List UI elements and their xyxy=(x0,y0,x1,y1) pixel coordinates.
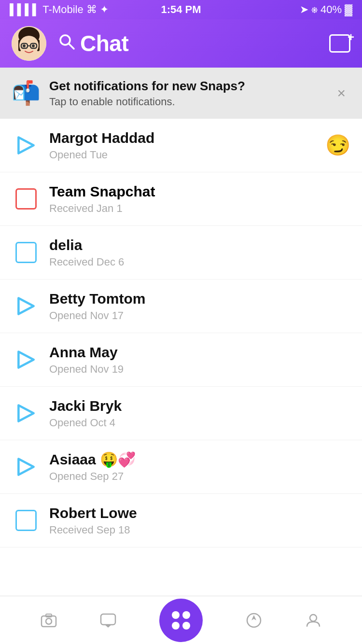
chat-status-icon xyxy=(12,403,41,423)
chat-info: Team Snapchat Received Jan 1 xyxy=(49,183,350,215)
svg-marker-12 xyxy=(18,137,33,153)
search-icon[interactable] xyxy=(58,33,75,55)
status-bar: ▌▌▌▌ T-Mobile ⌘ ✦ 1:54 PM ➤ ⎈ 40% ▓ xyxy=(0,0,362,19)
received-chat-icon xyxy=(15,510,37,531)
chat-status: Opened Nov 19 xyxy=(49,363,350,376)
opened-arrow-icon xyxy=(15,296,37,316)
bluetooth-icon: ⎈ xyxy=(311,3,318,16)
chat-status-icon xyxy=(12,135,41,155)
chat-status: Opened Nov 17 xyxy=(49,309,350,322)
notification-title: Get notifications for new Snaps? xyxy=(49,78,245,95)
svg-rect-20 xyxy=(101,614,115,625)
chat-item[interactable]: Team Snapchat Received Jan 1 xyxy=(0,172,362,226)
svg-marker-15 xyxy=(18,405,33,421)
svg-point-8 xyxy=(23,44,26,47)
chat-item[interactable]: Anna May Opened Nov 19 xyxy=(0,333,362,387)
tab-profile[interactable] xyxy=(305,612,321,629)
chat-status: Received Dec 6 xyxy=(49,256,350,268)
battery-label: 40% xyxy=(320,3,342,16)
chat-info: Jacki Bryk Opened Oct 4 xyxy=(49,397,350,429)
chat-item[interactable]: Asiaaa 🤑💞 Opened Sep 27 xyxy=(0,440,362,494)
chat-name: Anna May xyxy=(49,344,350,361)
received-snap-icon xyxy=(15,188,37,210)
chat-list: Margot Haddad Opened Tue 😏 Team Snapchat… xyxy=(0,119,362,547)
chat-item[interactable]: Margot Haddad Opened Tue 😏 xyxy=(0,119,362,172)
chat-name: Margot Haddad xyxy=(49,129,325,147)
chat-status: Opened Tue xyxy=(49,149,325,161)
status-right: ➤ ⎈ 40% ▓ xyxy=(300,3,352,16)
battery-icon: ▓ xyxy=(345,3,352,16)
page-title: Chat xyxy=(80,30,128,56)
chat-status-icon xyxy=(12,350,41,370)
chat-name: Robert Lowe xyxy=(49,504,350,522)
signal-icon: ▌▌▌▌ xyxy=(10,3,40,16)
chat-info: Margot Haddad Opened Tue xyxy=(49,129,325,161)
opened-arrow-icon xyxy=(15,403,37,423)
chat-status-icon xyxy=(12,457,41,477)
chat-tab-icon xyxy=(100,612,116,629)
svg-marker-23 xyxy=(251,615,256,620)
chat-status: Received Sep 18 xyxy=(49,524,350,536)
chat-status-icon xyxy=(12,242,41,263)
avatar-svg xyxy=(12,26,46,61)
new-chat-button[interactable]: + xyxy=(329,34,350,53)
chat-status: Received Jan 1 xyxy=(49,202,350,215)
svg-rect-17 xyxy=(42,616,56,627)
chat-item[interactable]: delia Received Dec 6 xyxy=(0,226,362,280)
bottom-bar xyxy=(0,596,362,644)
header: Chat + xyxy=(0,19,362,68)
carrier-label: T-Mobile xyxy=(42,3,83,16)
tab-chat[interactable] xyxy=(100,612,116,629)
svg-point-24 xyxy=(310,615,317,621)
chat-item[interactable]: Robert Lowe Received Sep 18 xyxy=(0,494,362,547)
profile-icon xyxy=(305,612,321,629)
svg-point-18 xyxy=(46,618,52,624)
tab-camera[interactable] xyxy=(41,612,57,629)
chat-emoji: 😏 xyxy=(325,133,350,157)
wifi-icon: ⌘ xyxy=(86,3,97,16)
notification-content: 📬 Get notifications for new Snaps? Tap t… xyxy=(12,78,332,108)
svg-line-11 xyxy=(69,44,74,49)
chat-status: Opened Oct 4 xyxy=(49,417,350,429)
chat-status-icon xyxy=(12,188,41,210)
avatar[interactable] xyxy=(12,26,46,61)
svg-marker-21 xyxy=(105,625,111,628)
svg-point-9 xyxy=(32,44,35,47)
chat-status: Opened Sep 27 xyxy=(49,470,350,483)
received-chat-icon xyxy=(15,242,37,263)
svg-marker-13 xyxy=(18,298,33,314)
chat-item[interactable]: Jacki Bryk Opened Oct 4 xyxy=(0,387,362,440)
notification-subtitle: Tap to enable notifications. xyxy=(49,96,245,108)
status-time: 1:54 PM xyxy=(161,3,201,16)
chat-info: Robert Lowe Received Sep 18 xyxy=(49,504,350,536)
chat-status-icon xyxy=(12,296,41,316)
stories-button[interactable] xyxy=(159,599,203,642)
chat-name: delia xyxy=(49,237,350,254)
mailbox-icon: 📬 xyxy=(12,80,41,107)
chat-info: Anna May Opened Nov 19 xyxy=(49,344,350,376)
tab-discover[interactable] xyxy=(246,612,262,629)
chat-name: Team Snapchat xyxy=(49,183,350,200)
chat-info: Asiaaa 🤑💞 Opened Sep 27 xyxy=(49,451,350,483)
chat-name: Asiaaa 🤑💞 xyxy=(49,451,350,468)
svg-marker-14 xyxy=(18,351,33,367)
camera-icon xyxy=(41,612,57,629)
notification-close-button[interactable]: × xyxy=(332,80,350,106)
search-svg xyxy=(58,33,75,50)
notification-banner[interactable]: 📬 Get notifications for new Snaps? Tap t… xyxy=(0,68,362,119)
chat-name: Betty Tomtom xyxy=(49,290,350,308)
opened-arrow-icon xyxy=(15,350,37,370)
status-left: ▌▌▌▌ T-Mobile ⌘ ✦ xyxy=(10,3,109,16)
opened-arrow-icon xyxy=(15,135,37,155)
discover-icon xyxy=(246,612,262,629)
sync-icon: ✦ xyxy=(100,3,109,16)
chat-info: Betty Tomtom Opened Nov 17 xyxy=(49,290,350,322)
chat-item[interactable]: Betty Tomtom Opened Nov 17 xyxy=(0,280,362,333)
svg-marker-16 xyxy=(18,459,33,475)
chat-info: delia Received Dec 6 xyxy=(49,237,350,268)
opened-arrow-icon xyxy=(15,457,37,477)
stories-icon xyxy=(172,611,190,630)
chat-status-icon xyxy=(12,510,41,531)
location-icon: ➤ xyxy=(300,3,308,16)
notification-text: Get notifications for new Snaps? Tap to … xyxy=(49,78,245,108)
